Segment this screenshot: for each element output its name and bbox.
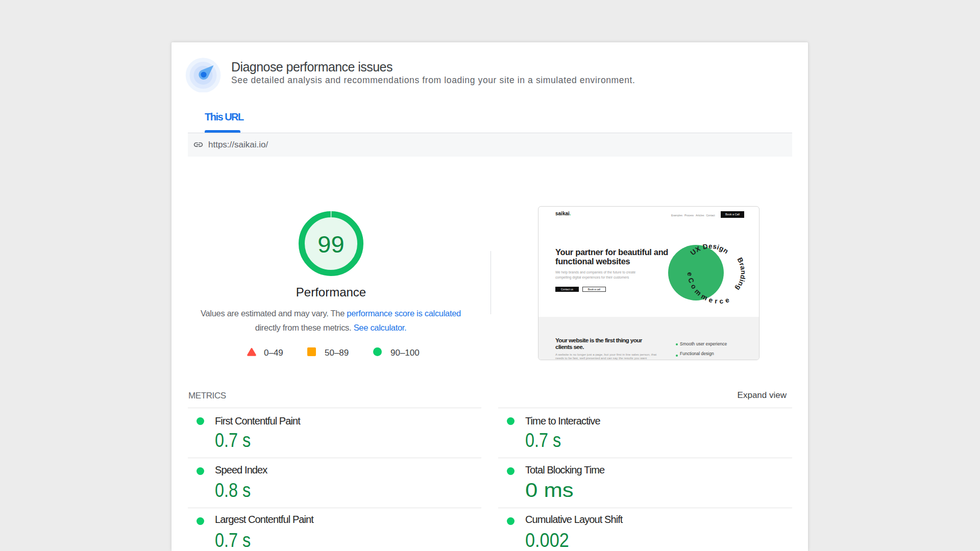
svg-text:Branding: Branding: [734, 256, 747, 292]
